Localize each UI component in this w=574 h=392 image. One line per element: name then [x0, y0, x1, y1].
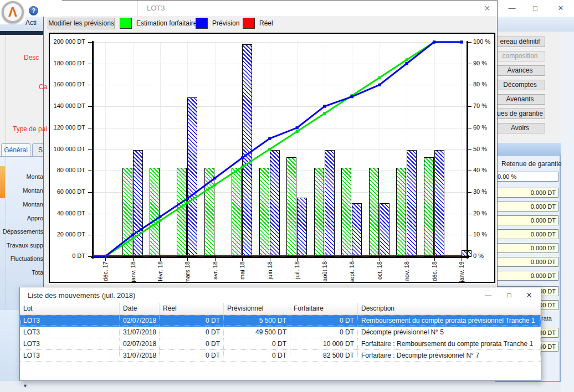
cell-description: Forfaitaire : Remboursement du compte pr… — [358, 338, 541, 350]
chart-window-titlebar[interactable] — [44, 1, 497, 16]
bottom-background-strip — [0, 381, 574, 392]
movements-minimize-icon[interactable]: — — [481, 291, 495, 300]
side-button-ereau-d-finitif[interactable]: ereau définitif — [495, 37, 545, 47]
amount-field[interactable]: 0.000 DT — [495, 215, 558, 225]
form-field-label: Monta — [0, 173, 43, 180]
chart-window: LOT3 ✕ Modifier les prévisions Estimatio… — [43, 0, 498, 293]
y-axis-label-left: 40 000 DT — [50, 210, 85, 216]
y-axis-label-right: 90 % — [473, 60, 499, 66]
legend-label-pr-vision: Prévision — [212, 19, 239, 27]
y-axis-label-left: 180 000 DT — [50, 60, 85, 66]
app-logo-icon: Λ — [8, 4, 17, 19]
movements-maximize-icon[interactable]: □ — [503, 291, 516, 300]
chart-window-close-icon[interactable]: ✕ — [481, 3, 493, 13]
y-axis-label-left: 0 DT — [50, 252, 85, 259]
form-field-label: Dépassements — [0, 228, 43, 235]
movements-window-title: Liste des mouvements (juil. 2018) — [28, 291, 135, 300]
cell-reel: 0 DT — [160, 315, 224, 327]
cell-date: 02/07/2018 — [120, 338, 160, 350]
column-header-reel[interactable]: Réel — [160, 303, 224, 315]
form-field-label: Fluctuations — [0, 255, 43, 262]
movements-table: LotDateRéelPrévisionnelForfaitaireDescri… — [20, 303, 541, 380]
app-logo[interactable]: Λ — [2, 1, 24, 23]
chart-window-edge-line — [137, 1, 138, 16]
help-icon[interactable]: ? — [29, 6, 38, 16]
amount-field[interactable]: 0.000 DT — [495, 243, 558, 253]
column-header-previsionnel[interactable]: Prévisionnel — [224, 303, 290, 315]
left-orange-strip — [0, 166, 5, 198]
y-axis-label-right: 100 % — [473, 38, 499, 45]
y-axis-label-left: 120 000 DT — [50, 124, 85, 131]
retenue-percent-field[interactable]: 0.00 % — [495, 172, 558, 182]
side-button-ues-de-garantie[interactable]: ues de garantie — [495, 109, 545, 119]
cell-reel: 0 DT — [160, 327, 224, 338]
side-button-d-comptes[interactable]: Décomptes — [495, 80, 545, 90]
table-row[interactable]: LOT331/07/20180 DT0 DT82 500 DTForfaitai… — [20, 350, 541, 362]
modify-previsions-button[interactable]: Modifier les prévisions — [48, 18, 115, 29]
y-axis-label-right: 40 % — [473, 167, 499, 173]
column-header-lot[interactable]: Lot — [20, 303, 120, 315]
main-minimize-icon[interactable]: — — [504, 3, 520, 13]
left-bottom-panel — [0, 310, 19, 382]
main-maximize-icon[interactable]: □ — [527, 3, 543, 13]
table-row[interactable]: LOT331/07/20180 DT49 500 DT0 DTDécompte … — [20, 327, 541, 338]
legend-swatch-r-el — [243, 18, 255, 29]
cell-description: Remboursement du compte prorata prévisio… — [358, 315, 541, 327]
column-header-forfaitaire[interactable]: Forfaitaire — [290, 303, 358, 315]
cell-forfaitaire: 10 000 DT — [290, 338, 358, 350]
cell-description: Décompte prévisionnel N° 5 — [358, 327, 541, 338]
y-axis-label-left: 20 000 DT — [50, 231, 85, 238]
legend-label-estimation-forfaitaire: Estimation forfaitaire — [136, 19, 197, 27]
main-close-icon[interactable]: ✕ — [553, 3, 568, 13]
cell-forfaitaire: 82 500 DT — [290, 350, 358, 362]
cell-previsionnel: 5 500 DT — [224, 315, 290, 327]
legend-label-r-el: Réel — [259, 19, 273, 27]
cell-forfaitaire: 0 DT — [290, 315, 358, 327]
y-axis-label-left: 60 000 DT — [50, 188, 85, 195]
amount-field[interactable]: 0.000 DT — [495, 271, 558, 281]
y-axis-label-right: 0 % — [473, 252, 499, 259]
amount-field[interactable]: 0.000 DT — [495, 188, 558, 198]
y-axis-label-right: 20 % — [473, 210, 499, 216]
x-axis-label: juin 18 — [266, 261, 273, 279]
ribbon-tab-actions[interactable]: Acti — [25, 19, 37, 27]
column-header-description[interactable]: Description — [358, 303, 541, 315]
chart-lines — [93, 42, 469, 260]
form-field-label: Montan — [0, 201, 43, 208]
amount-field[interactable]: 0.000 DT — [495, 202, 558, 212]
cell-reel: 0 DT — [160, 350, 224, 362]
movements-close-icon[interactable]: ✕ — [522, 291, 536, 300]
cell-forfaitaire: 0 DT — [290, 327, 358, 338]
y-axis-label-left: 160 000 DT — [50, 81, 85, 87]
form-field-label: Tota — [0, 269, 43, 276]
x-axis-label: déc. 18 — [431, 261, 438, 281]
y-axis-label-left: 80 000 DT — [50, 167, 85, 173]
y-axis-label-left: 140 000 DT — [50, 102, 85, 109]
table-row[interactable]: LOT302/07/20180 DT5 500 DT0 DTRemboursem… — [20, 315, 541, 327]
cell-date: 02/07/2018 — [120, 315, 160, 327]
y-axis-label-right: 70 % — [473, 102, 499, 109]
form-field-label: Appro — [0, 215, 43, 221]
amount-field[interactable]: 0.000 DT — [495, 229, 558, 239]
x-axis-label: juil. 18 — [294, 261, 300, 279]
form-top-border — [0, 31, 43, 35]
form-field-label: Montan — [0, 187, 43, 194]
side-button-avoirs[interactable]: Avoirs — [495, 123, 545, 133]
x-axis-label: mai 18 — [239, 261, 245, 280]
y-axis-label-right: 50 % — [473, 146, 499, 152]
expand-arrow-icon[interactable]: ▼ — [23, 383, 28, 389]
x-axis-label: mars 18 — [184, 261, 191, 283]
column-header-date[interactable]: Date — [120, 303, 160, 315]
left-edge-divider — [6, 35, 6, 310]
cell-date: 31/07/2018 — [120, 327, 160, 338]
form-label-red: Ca — [39, 83, 47, 91]
side-button-avenants[interactable]: Avenants — [495, 94, 545, 105]
y-axis-label-left: 200 000 DT — [50, 38, 85, 45]
chart-window-title: LOT3 — [147, 4, 165, 12]
amount-field[interactable]: 0.000 DT — [495, 257, 558, 267]
cell-previsionnel: 0 DT — [224, 338, 290, 350]
cell-lot: LOT3 — [20, 327, 120, 338]
x-axis-label: déc. 17 — [102, 261, 109, 281]
side-button-avances[interactable]: Avances — [495, 65, 545, 76]
table-row[interactable]: LOT302/07/20180 DT0 DT10 000 DTForfaitai… — [20, 338, 541, 350]
